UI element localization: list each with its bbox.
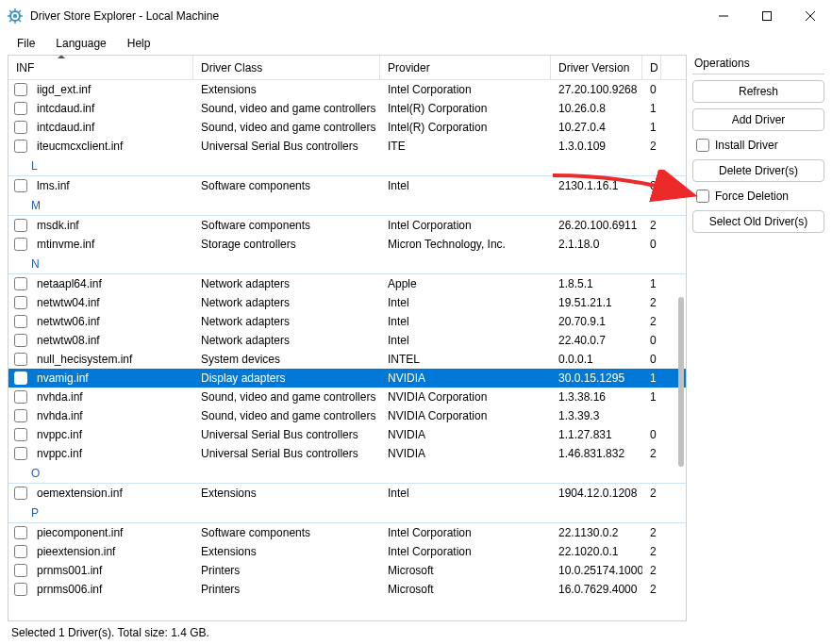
row-checkbox[interactable] [8, 179, 29, 192]
svg-rect-35 [15, 584, 27, 596]
row-checkbox[interactable] [8, 390, 29, 404]
svg-line-9 [9, 20, 11, 22]
close-button[interactable] [789, 0, 832, 32]
refresh-button[interactable]: Refresh [692, 80, 824, 103]
row-checkbox[interactable] [8, 409, 29, 422]
row-checkbox[interactable] [8, 583, 29, 596]
row-checkbox[interactable] [8, 353, 29, 366]
group-header[interactable]: N [8, 254, 686, 274]
row-checkbox[interactable] [8, 447, 29, 460]
row-checkbox[interactable] [8, 428, 29, 441]
cell-d: 2 [642, 545, 661, 558]
table-row[interactable]: nvhda.infSound, video and game controlle… [8, 388, 686, 406]
svg-rect-36 [697, 140, 709, 152]
sort-ascending-icon [58, 56, 65, 58]
svg-rect-29 [15, 429, 27, 441]
row-checkbox[interactable] [8, 238, 29, 251]
menu-help[interactable]: Help [120, 35, 158, 52]
group-header[interactable]: P [8, 503, 686, 523]
group-label: L [31, 159, 38, 173]
cell-inf: oemextension.inf [29, 487, 193, 500]
row-checkbox[interactable] [8, 219, 29, 232]
group-header[interactable]: M [8, 195, 686, 216]
install-driver-checkbox[interactable]: Install Driver [692, 137, 824, 154]
checkbox-icon [696, 190, 709, 203]
table-row[interactable]: nvppc.infUniversal Serial Bus controller… [8, 444, 686, 463]
svg-rect-25 [15, 354, 27, 366]
row-checkbox[interactable] [8, 277, 29, 290]
column-d[interactable]: D [642, 56, 661, 79]
cell-d: 0 [642, 428, 661, 441]
maximize-button[interactable] [745, 0, 789, 32]
column-driver-version[interactable]: Driver Version [551, 56, 642, 79]
cell-d: 2 [642, 583, 661, 596]
group-header[interactable]: O [8, 463, 686, 484]
table-row[interactable]: lms.infSoftware componentsIntel2130.1.16… [8, 176, 686, 195]
svg-rect-33 [15, 546, 27, 558]
table-row[interactable]: intcdaud.infSound, video and game contro… [8, 118, 686, 137]
table-row[interactable]: oemextension.infExtensionsIntel1904.12.0… [8, 484, 686, 503]
table-row[interactable]: msdk.infSoftware componentsIntel Corpora… [8, 216, 686, 235]
row-checkbox[interactable] [8, 526, 29, 539]
table-row[interactable]: iteucmcxclient.infUniversal Serial Bus c… [8, 137, 686, 156]
row-checkbox[interactable] [8, 121, 29, 134]
table-row[interactable]: null_hecisystem.infSystem devicesINTEL0.… [8, 350, 686, 369]
row-checkbox[interactable] [8, 296, 29, 309]
delete-drivers-button[interactable]: Delete Driver(s) [692, 159, 824, 182]
table-row[interactable]: netaapl64.infNetwork adaptersApple1.8.5.… [8, 274, 686, 293]
cell-driverclass: Sound, video and game controllers [193, 121, 380, 134]
cell-inf: nvppc.inf [29, 447, 193, 460]
table-row[interactable]: nvppc.infUniversal Serial Bus controller… [8, 425, 686, 444]
cell-inf: lms.inf [29, 179, 193, 192]
cell-driverclass: Sound, video and game controllers [193, 390, 380, 404]
row-checkbox[interactable] [8, 315, 29, 328]
cell-driverclass: Universal Serial Bus controllers [193, 428, 380, 441]
vertical-scrollbar[interactable] [671, 80, 686, 620]
table-row[interactable]: netwtw06.infNetwork adaptersIntel20.70.9… [8, 312, 686, 331]
table-row[interactable]: netwtw08.infNetwork adaptersIntel22.40.0… [8, 331, 686, 350]
cell-provider: ITE [380, 140, 551, 153]
cell-version: 10.0.25174.1000 [551, 564, 642, 577]
table-row[interactable]: piecomponent.infSoftware componentsIntel… [8, 523, 686, 542]
row-checkbox[interactable] [8, 564, 29, 577]
table-row[interactable]: prnms001.infPrintersMicrosoft10.0.25174.… [8, 561, 686, 580]
cell-provider: INTEL [380, 353, 551, 366]
table-row[interactable]: nvamig.infDisplay adaptersNVIDIA30.0.15.… [8, 369, 686, 388]
group-header[interactable]: L [8, 156, 686, 176]
cell-d: 2 [642, 564, 661, 577]
row-checkbox[interactable] [8, 372, 29, 385]
cell-provider: Intel [380, 315, 551, 328]
list-body[interactable]: iigd_ext.infExtensionsIntel Corporation2… [8, 80, 686, 620]
select-old-drivers-button[interactable]: Select Old Driver(s) [692, 210, 824, 233]
table-row[interactable]: intcdaud.infSound, video and game contro… [8, 99, 686, 118]
table-row[interactable]: mtinvme.infStorage controllersMicron Tec… [8, 235, 686, 254]
row-checkbox[interactable] [8, 83, 29, 96]
cell-version: 1.46.831.832 [551, 447, 642, 460]
column-provider[interactable]: Provider [380, 56, 551, 79]
cell-driverclass: Extensions [193, 545, 380, 558]
table-row[interactable]: pieextension.infExtensionsIntel Corporat… [8, 542, 686, 561]
operations-heading: Operations [692, 57, 824, 74]
cell-inf: mtinvme.inf [29, 238, 193, 251]
menu-file[interactable]: File [9, 35, 42, 52]
add-driver-button[interactable]: Add Driver [692, 108, 824, 131]
cell-version: 26.20.100.6911 [551, 219, 642, 232]
menu-language[interactable]: Language [48, 35, 113, 52]
table-row[interactable]: iigd_ext.infExtensionsIntel Corporation2… [8, 80, 686, 99]
table-row[interactable]: netwtw04.infNetwork adaptersIntel19.51.2… [8, 293, 686, 312]
table-row[interactable]: nvhda.infSound, video and game controlle… [8, 406, 686, 425]
svg-rect-26 [15, 372, 27, 385]
table-row[interactable]: prnms006.infPrintersMicrosoft16.0.7629.4… [8, 580, 686, 599]
column-inf[interactable]: INF [8, 56, 193, 79]
scrollbar-thumb[interactable] [678, 297, 684, 467]
row-checkbox[interactable] [8, 487, 29, 500]
force-deletion-checkbox[interactable]: Force Deletion [692, 188, 824, 205]
row-checkbox[interactable] [8, 140, 29, 153]
row-checkbox[interactable] [8, 545, 29, 558]
row-checkbox[interactable] [8, 334, 29, 347]
row-checkbox[interactable] [8, 102, 29, 115]
cell-version: 1.8.5.1 [551, 277, 642, 290]
minimize-button[interactable] [702, 0, 745, 32]
cell-inf: netwtw04.inf [29, 296, 193, 309]
column-driver-class[interactable]: Driver Class [193, 56, 380, 79]
